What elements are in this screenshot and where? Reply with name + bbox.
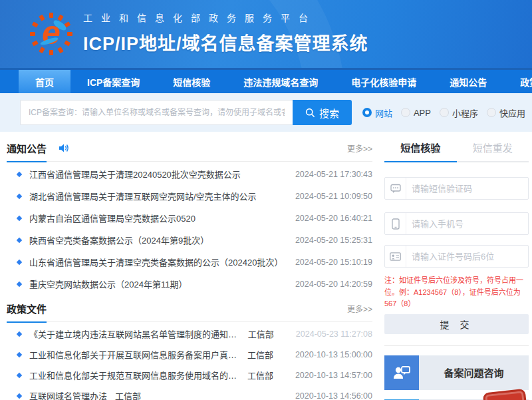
bullet-diamond-icon xyxy=(17,259,22,264)
sms-code-input[interactable] xyxy=(406,184,528,194)
id-card-icon xyxy=(385,246,406,267)
notice-row: 湖北省通信管理局关于清理互联网空壳网站/空壳主体的公示 2024-05-21 1… xyxy=(7,185,372,207)
policy-row: 《关于建立境内违法互联网站黑名单管理制度的通知》（工信部联 工信部 2024-0… xyxy=(7,323,372,344)
nav-item-label: 违法违规域名查询 xyxy=(243,75,318,89)
policy-row: 互联网域名管理办法 工信部 2020-10-13 14:56:00 xyxy=(7,385,372,400)
radio-label: 小程序 xyxy=(452,106,478,119)
policies-list: 《关于建立境内违法互联网站黑名单管理制度的通知》（工信部联 工信部 2024-0… xyxy=(7,322,372,400)
policy-source: 工信部 xyxy=(247,369,289,381)
notices-list: 江西省通信管理局关于清理20240520批次空壳数据公示 2024-05-21 … xyxy=(7,162,372,295)
sms-tabs: 短信核验 短信重发 xyxy=(384,140,529,162)
search-type-radio[interactable]: 网站 xyxy=(362,106,392,119)
notices-section: 通知公告 更多>> 江西省通信管理局关于清理20240520批次空壳数据公示 2… xyxy=(7,141,372,295)
bullet-diamond-icon xyxy=(17,215,22,220)
search-button-label: 搜索 xyxy=(319,106,339,120)
submit-button[interactable]: 提 交 xyxy=(384,314,529,334)
sms-form: 注：如证件号后六位涉及符号，符号占用一位。例：A1234567（8），证件号后六… xyxy=(384,177,529,334)
page-header: e 工业和信息化部政务服务平台 ICP/IP地址/域名信息备案管理系统 xyxy=(0,0,532,68)
platform-title: 工业和信息化部政务服务平台 xyxy=(83,11,368,24)
nav-item[interactable]: ICP备案查询 xyxy=(70,70,156,93)
nav-item-label: 首页 xyxy=(35,75,54,89)
nav-item[interactable]: 首页 xyxy=(19,70,70,93)
sms-message-icon xyxy=(385,178,406,199)
policy-date: 2024-05-23 11:27:08 xyxy=(289,329,372,339)
svg-text:e: e xyxy=(42,14,61,51)
notice-link[interactable]: 内蒙古自治区通信管理局空壳数据公示0520 xyxy=(29,212,196,224)
nav-item-label: 短信核验 xyxy=(173,75,210,89)
notices-title: 通知公告 xyxy=(7,141,47,155)
notice-link[interactable]: 陕西省空壳类备案数据公示（2024年第9批次） xyxy=(29,234,209,246)
nav-item[interactable]: 政策文件 xyxy=(503,70,532,93)
notice-date: 2024-05-20 15:10:19 xyxy=(289,258,372,267)
policy-row: 工业和信息化部关于规范互联网信息服务使用域名的通知 工信部 2020-10-13… xyxy=(7,365,372,385)
phone-icon xyxy=(385,213,406,234)
icp-search-input[interactable] xyxy=(20,100,293,125)
consult-label: 备案问题咨询 xyxy=(419,355,529,390)
policies-more-link[interactable]: 更多>> xyxy=(347,303,372,314)
notice-date: 2024-05-20 16:40:21 xyxy=(289,214,372,223)
radio-label: APP xyxy=(414,108,431,118)
search-type-radio[interactable]: 快应用 xyxy=(487,106,525,119)
phone-input[interactable] xyxy=(406,219,528,229)
policy-date: 2020-10-13 15:00:00 xyxy=(289,350,372,359)
bullet-diamond-icon xyxy=(17,351,22,357)
notice-link[interactable]: 重庆空壳网站数据公示（2024年第11期） xyxy=(29,278,187,290)
speaker-icon xyxy=(59,143,70,153)
bullet-diamond-icon xyxy=(17,393,22,398)
policy-link[interactable]: 互联网域名管理办法 xyxy=(29,389,107,400)
sms-code-field-wrap xyxy=(384,177,529,200)
nav-item-label: 政策文件 xyxy=(520,75,532,89)
radio-label: 快应用 xyxy=(499,106,525,119)
policy-source: 工信部 xyxy=(115,389,156,400)
bullet-diamond-icon xyxy=(17,171,22,176)
notice-link[interactable]: 江西省通信管理局关于清理20240520批次空壳数据公示 xyxy=(29,168,241,180)
nav-item-label: ICP备案查询 xyxy=(87,75,140,89)
policy-source: 工信部 xyxy=(247,348,289,361)
search-button[interactable]: 搜索 xyxy=(293,100,352,125)
policy-link[interactable]: 工业和信息化部关于规范互联网信息服务使用域名的通知 xyxy=(29,369,239,381)
search-type-radio[interactable]: APP xyxy=(401,108,431,118)
radio-icon xyxy=(487,108,496,117)
notice-link[interactable]: 湖北省通信管理局关于清理互联网空壳网站/空壳主体的公示 xyxy=(29,190,257,202)
right-column: 短信核验 短信重发 xyxy=(384,140,529,400)
nav-item[interactable]: 短信核验 xyxy=(156,70,227,93)
nav-item[interactable]: 违法违规域名查询 xyxy=(227,70,334,93)
nav-item[interactable]: 通知公告 xyxy=(433,70,503,93)
notice-row: 山东省通信管理局关于清理空壳类备案数据的公示（202420批次） 2024-05… xyxy=(7,251,372,273)
id-number-input[interactable] xyxy=(406,252,528,262)
search-type-radio[interactable]: 小程序 xyxy=(440,106,478,119)
id-number-field-wrap xyxy=(384,245,529,268)
consult-button[interactable]: 备案问题咨询 xyxy=(384,355,529,390)
bullet-diamond-icon xyxy=(17,193,22,198)
notice-row: 重庆空壳网站数据公示（2024年第11期） 2024-05-20 14:20:5… xyxy=(7,273,372,295)
sms-tab[interactable]: 短信核验 xyxy=(384,140,457,161)
policy-date: 2020-10-13 14:56:00 xyxy=(289,391,372,400)
notices-more-link[interactable]: 更多>> xyxy=(347,142,372,154)
search-type-group: 网站 APP 小程序 快应用 xyxy=(362,106,525,119)
policies-header: 政策文件 更多>> xyxy=(7,301,372,322)
policy-source: 工信部 xyxy=(248,327,289,340)
notice-row: 内蒙古自治区通信管理局空壳数据公示0520 2024-05-20 16:40:2… xyxy=(7,207,372,229)
radio-icon xyxy=(362,108,372,117)
miit-logo-icon: e xyxy=(29,12,73,56)
bullet-diamond-icon xyxy=(17,237,22,242)
nav-item[interactable]: 电子化核验申请 xyxy=(334,70,433,93)
policy-link[interactable]: 《关于建立境内违法互联网站黑名单管理制度的通知》（工信部联 xyxy=(29,327,240,340)
policy-link[interactable]: 工业和信息化部关于开展互联网信息服务备案用户真实身份信息电 xyxy=(29,348,239,361)
notice-link[interactable]: 山东省通信管理局关于清理空壳类备案数据的公示（202420批次） xyxy=(29,256,283,268)
search-band: 搜索 网站 APP 小程序 快应用 xyxy=(0,93,532,132)
nav-item-label: 通知公告 xyxy=(450,75,487,89)
notice-row: 江西省通信管理局关于清理20240520批次空壳数据公示 2024-05-21 … xyxy=(7,163,372,185)
sms-tab-label: 短信核验 xyxy=(400,142,440,154)
radio-icon xyxy=(401,108,410,117)
nav-item-label: 电子化核验申请 xyxy=(351,75,416,89)
bullet-diamond-icon xyxy=(17,331,22,336)
notices-header: 通知公告 更多>> xyxy=(7,141,372,162)
divider xyxy=(384,345,529,346)
radio-label: 网站 xyxy=(375,106,392,119)
main-content: 通知公告 更多>> 江西省通信管理局关于清理20240520批次空壳数据公示 2… xyxy=(0,132,532,400)
policy-row: 工业和信息化部关于开展互联网信息服务备案用户真实身份信息电 工信部 2020-1… xyxy=(7,344,372,365)
notice-date: 2024-05-21 10:09:50 xyxy=(289,192,372,201)
sms-tab[interactable]: 短信重发 xyxy=(457,140,529,161)
sms-tab-label: 短信重发 xyxy=(473,142,513,154)
